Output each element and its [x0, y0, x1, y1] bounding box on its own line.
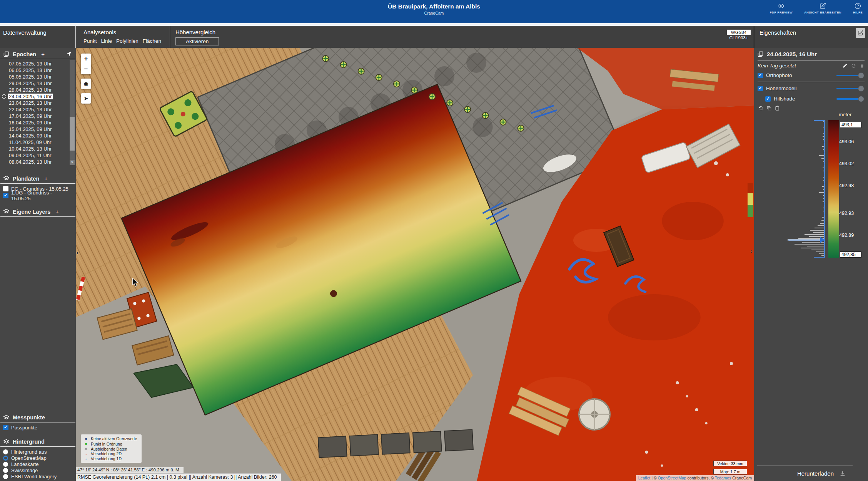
analyse-tool[interactable]: Punkt [83, 38, 97, 44]
reset-scale-icon[interactable] [758, 106, 764, 111]
add-eigene-layer-button[interactable]: + [55, 208, 59, 215]
hoehenmodell-opacity-slider[interactable] [836, 85, 864, 92]
analyse-tool[interactable]: Flächen [143, 38, 161, 44]
eigene-layers-section-header: Eigene Layers + [0, 205, 75, 217]
leaflet-link[interactable]: Leaflet [638, 476, 651, 480]
epoch-item[interactable]: 10.04.2025, 13 Uhr [0, 146, 76, 152]
epoch-label: 15.04.2025, 09 Uhr [8, 126, 53, 132]
trash-icon[interactable] [860, 63, 865, 68]
hoehenmodell-checkbox[interactable] [758, 86, 763, 91]
analyse-tool[interactable]: Linie [101, 38, 112, 44]
analysis-toolbar: Analysetools PunktLiniePolylinienFlächen… [76, 26, 754, 48]
play-button[interactable]: ➤ [81, 93, 91, 104]
scale-tools [758, 104, 865, 111]
crs-ch1903[interactable]: CH1903+ [727, 35, 751, 40]
plandaten-checkbox[interactable] [3, 186, 8, 191]
crs-toggle[interactable]: WGS84 CH1903+ [727, 30, 751, 40]
zoom-out-button[interactable]: − [81, 64, 91, 74]
hillshade-checkbox[interactable] [765, 96, 771, 102]
messpunkte-item[interactable]: Passpunkte [0, 424, 76, 431]
ansicht-bearbeiten-label: ANSICHT BEARBEITEN [804, 11, 841, 14]
download-icon [840, 471, 846, 477]
orthophoto-layer[interactable] [76, 48, 754, 481]
epoch-item[interactable]: 16.04.2025, 09 Uhr [0, 119, 76, 126]
epoch-item[interactable]: 28.04.2025, 13 Uhr [0, 87, 76, 93]
collapse-right-arrow[interactable]: › [751, 248, 753, 254]
legend-row: Verschiebung 1D [83, 456, 137, 461]
zoom-control: + − [81, 54, 91, 74]
scale-max-input[interactable] [840, 122, 861, 128]
osm-link[interactable]: OpenStreetMap [658, 476, 686, 480]
scale-tick: 492.89 [839, 233, 861, 238]
plandaten-section-header: Plandaten + [0, 172, 75, 184]
pdf-preview-button[interactable]: PDF PREVIEW [770, 3, 793, 14]
hoehenvergleich-title: Höhenvergleich [175, 29, 219, 35]
layers-icon [3, 209, 9, 215]
eye-icon [778, 3, 785, 9]
hintergrund-option[interactable]: ESRI World Imagery [0, 473, 76, 479]
epoch-item[interactable]: 07.05.2025, 13 Uhr [0, 60, 76, 67]
legend-label: Punkt in Ordnung [91, 442, 122, 447]
epoch-item[interactable]: 08.04.2025, 13 Uhr [0, 159, 76, 165]
refresh-icon[interactable] [851, 63, 856, 68]
epoch-item[interactable]: 24.04.2025, 16 Uhr [0, 93, 76, 100]
copy-icon[interactable] [766, 106, 772, 111]
tedamos-link[interactable]: Tedamos [715, 476, 731, 480]
orthophoto-checkbox[interactable] [758, 73, 763, 78]
epoch-item[interactable]: 06.05.2025, 13 Uhr [0, 67, 76, 74]
epoch-list: ∨ 07.05.2025, 13 Uhr 06.05.2025, 13 Uhr … [0, 59, 76, 166]
passpunkte-label: Passpunkte [11, 425, 37, 431]
layers-icon [3, 176, 9, 181]
panel-edit-button[interactable] [856, 28, 865, 38]
map-attribution: Leaflet | © OpenStreetMap contributors, … [636, 475, 754, 481]
zoom-in-button[interactable]: + [81, 54, 91, 64]
orthophoto-opacity-slider[interactable] [836, 72, 864, 79]
hintergrund-section-header: Hintergrund [0, 436, 75, 447]
epoch-item[interactable]: 11.04.2025, 09 Uhr [0, 139, 76, 146]
epoch-label: 14.04.2025, 09 Uhr [8, 133, 53, 139]
hintergrund-option[interactable]: Hintergrund aus [0, 449, 76, 455]
epoch-item[interactable]: 22.04.2025, 13 Uhr [0, 106, 76, 113]
hintergrund-radio[interactable] [3, 456, 8, 461]
locate-epoch-icon[interactable] [67, 51, 72, 57]
hintergrund-radio[interactable] [3, 468, 8, 473]
epoch-item[interactable]: 14.04.2025, 09 Uhr [0, 132, 76, 139]
epoch-item[interactable]: 15.04.2025, 09 Uhr [0, 126, 76, 132]
analyse-tool[interactable]: Polylinien [116, 38, 139, 44]
aktivieren-button[interactable]: Aktivieren [175, 37, 219, 45]
download-button[interactable]: Herunterladen [757, 466, 853, 481]
orthophoto-label: Orthophoto [766, 72, 792, 78]
hillshade-opacity-slider[interactable] [836, 96, 864, 102]
epoch-item[interactable]: 09.04.2025, 11 Uhr [0, 152, 76, 159]
epoch-label: 29.04.2025, 13 Uhr [8, 80, 53, 86]
hintergrund-option[interactable]: OpenStreetMap [0, 455, 76, 461]
passpunkte-checkbox[interactable] [3, 425, 8, 430]
hintergrund-radio[interactable] [3, 462, 8, 467]
plandaten-item[interactable]: 1.UG - Grundriss - 15.05.25 [0, 192, 76, 199]
hintergrund-option[interactable]: Swissimage [0, 467, 76, 473]
epoch-item[interactable]: 05.05.2025, 13 Uhr [0, 74, 76, 80]
attribution-text: CraneCam [731, 476, 752, 480]
paste-icon[interactable] [775, 106, 780, 111]
legend-row: Verschiebung 2D [83, 451, 137, 456]
map-viewport[interactable]: + − ◉ ➤ ‹ › Keine aktiven Grenzwerte [76, 48, 754, 481]
add-epoch-button[interactable]: + [41, 51, 45, 57]
hintergrund-radio[interactable] [3, 474, 8, 479]
hintergrund-option[interactable]: Landeskarte [0, 461, 76, 467]
elevation-colorbar[interactable] [828, 120, 839, 258]
collapse-left-arrow[interactable]: ‹ [77, 250, 78, 256]
epoch-item[interactable]: 29.04.2025, 13 Uhr [0, 80, 76, 87]
locate-button[interactable]: ◉ [81, 79, 91, 89]
ansicht-bearbeiten-button[interactable]: ANSICHT BEARBEITEN [804, 3, 841, 14]
pencil-icon[interactable] [843, 63, 848, 68]
hintergrund-radio[interactable] [3, 449, 8, 454]
add-plandaten-button[interactable]: + [44, 175, 48, 182]
plandaten-checkbox[interactable] [3, 193, 8, 198]
epoch-item[interactable]: 17.04.2025, 09 Uhr [0, 113, 76, 119]
scale-tick: 493.06 [839, 139, 861, 144]
epoch-label: 28.04.2025, 13 Uhr [8, 87, 53, 93]
epoch-item[interactable]: 23.04.2025, 13 Uhr [0, 100, 76, 106]
crs-wgs84[interactable]: WGS84 [727, 30, 751, 35]
scale-min-input[interactable] [840, 251, 861, 258]
hilfe-button[interactable]: HILFE [853, 3, 863, 14]
